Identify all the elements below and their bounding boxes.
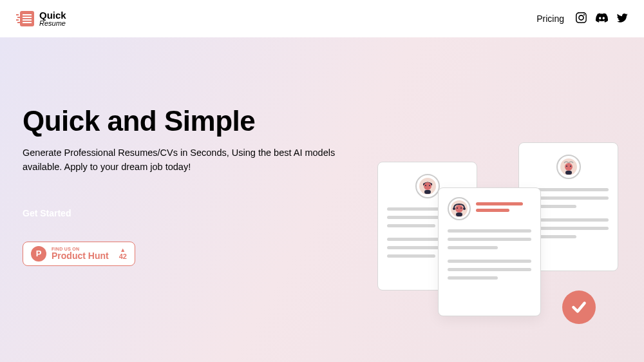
- hero-content: Quick and Simple Generate Professional R…: [23, 37, 352, 362]
- twitter-link[interactable]: [617, 12, 628, 26]
- instagram-link[interactable]: [576, 12, 587, 26]
- svg-rect-8: [17, 22, 20, 23]
- hero-subtitle: Generate Professional Resumes/CVs in Sec…: [23, 146, 352, 175]
- logo-text-top: Quick: [39, 10, 66, 20]
- twitter-icon: [617, 12, 628, 23]
- product-hunt-badge[interactable]: P FIND US ON Product Hunt ▲ 42: [23, 242, 135, 266]
- product-hunt-icon: P: [31, 246, 46, 262]
- svg-rect-2: [23, 17, 32, 18]
- checkmark-icon: [562, 291, 596, 324]
- svg-point-23: [457, 207, 458, 209]
- header: Quick Resume Pricing: [0, 0, 644, 37]
- logo-text-bottom: Resume: [39, 20, 66, 27]
- svg-point-24: [460, 207, 462, 209]
- svg-rect-4: [23, 22, 32, 23]
- logo[interactable]: Quick Resume: [16, 9, 66, 28]
- get-started-button[interactable]: Get Started: [23, 200, 71, 226]
- svg-rect-7: [16, 19, 19, 21]
- social-icons: [576, 12, 628, 26]
- svg-point-20: [455, 205, 463, 213]
- product-hunt-vote-count: 42: [119, 253, 127, 260]
- svg-rect-5: [16, 14, 19, 15]
- discord-icon: [596, 12, 608, 24]
- svg-point-21: [453, 207, 455, 210]
- svg-rect-1: [23, 14, 32, 15]
- svg-rect-13: [424, 190, 431, 194]
- logo-text: Quick Resume: [39, 10, 66, 27]
- product-hunt-votes: ▲ 42: [119, 247, 127, 260]
- svg-point-22: [463, 207, 466, 210]
- resume-card-front: [438, 187, 541, 316]
- logo-icon: [16, 9, 35, 28]
- svg-rect-6: [17, 17, 20, 18]
- svg-point-12: [429, 185, 430, 186]
- svg-point-10: [424, 182, 431, 190]
- svg-point-15: [565, 163, 573, 171]
- svg-point-16: [566, 166, 567, 167]
- pricing-link[interactable]: Pricing: [536, 14, 564, 24]
- svg-point-17: [570, 166, 571, 167]
- hero-title: Quick and Simple: [23, 105, 352, 137]
- discord-link[interactable]: [596, 12, 608, 26]
- svg-rect-18: [565, 171, 572, 175]
- avatar-icon: [448, 197, 471, 220]
- product-hunt-text: FIND US ON Product Hunt: [52, 247, 109, 260]
- avatar-icon: [556, 155, 581, 179]
- instagram-icon: [576, 12, 587, 23]
- svg-rect-25: [456, 213, 462, 216]
- svg-rect-3: [23, 19, 32, 21]
- hero-section: Quick and Simple Generate Professional R…: [0, 37, 644, 362]
- avatar-icon: [415, 174, 440, 198]
- nav-right: Pricing: [536, 12, 628, 26]
- product-hunt-name: Product Hunt: [52, 251, 109, 260]
- hero-illustration: [374, 99, 638, 343]
- svg-point-11: [425, 185, 426, 186]
- svg-rect-0: [20, 11, 34, 26]
